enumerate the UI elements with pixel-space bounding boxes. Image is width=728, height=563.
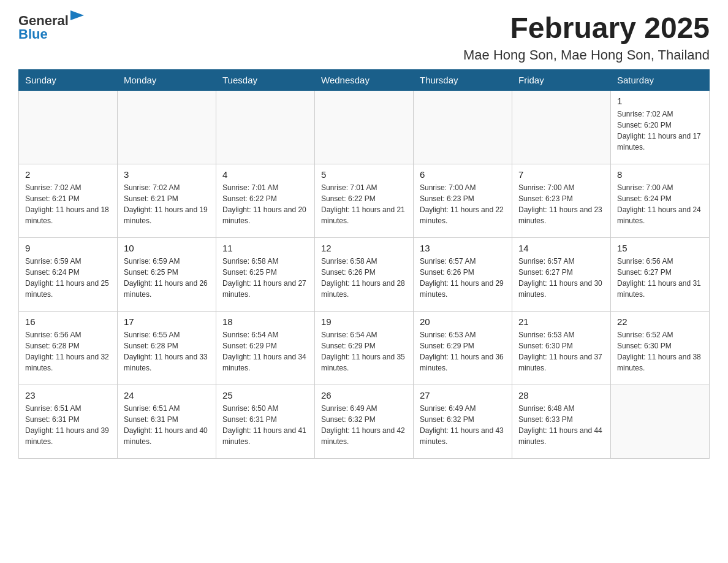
location-title: Mae Hong Son, Mae Hong Son, Thailand	[463, 47, 710, 63]
calendar-day-header: Saturday	[611, 69, 710, 90]
calendar-day-cell	[19, 90, 118, 164]
title-block: February 2025 Mae Hong Son, Mae Hong Son…	[463, 12, 710, 63]
calendar-day-cell: 3Sunrise: 7:02 AMSunset: 6:21 PMDaylight…	[118, 164, 216, 237]
day-number: 12	[321, 242, 407, 255]
logo-text-blue: Blue	[18, 26, 48, 42]
calendar-day-cell: 1Sunrise: 7:02 AMSunset: 6:20 PMDaylight…	[611, 90, 710, 164]
day-number: 21	[518, 315, 604, 328]
calendar-day-cell: 8Sunrise: 7:00 AMSunset: 6:24 PMDaylight…	[611, 164, 710, 237]
day-number: 24	[124, 389, 210, 402]
calendar-day-cell: 20Sunrise: 6:53 AMSunset: 6:29 PMDayligh…	[414, 311, 512, 385]
day-number: 3	[124, 168, 210, 181]
day-info: Sunrise: 6:53 AMSunset: 6:30 PMDaylight:…	[518, 329, 604, 373]
calendar-day-cell: 25Sunrise: 6:50 AMSunset: 6:31 PMDayligh…	[216, 385, 315, 458]
day-number: 14	[518, 242, 604, 255]
day-number: 10	[124, 242, 210, 255]
day-number: 17	[124, 315, 210, 328]
day-info: Sunrise: 6:51 AMSunset: 6:31 PMDaylight:…	[25, 403, 111, 447]
day-info: Sunrise: 6:53 AMSunset: 6:29 PMDaylight:…	[420, 329, 506, 373]
day-number: 4	[222, 168, 308, 181]
day-number: 27	[420, 389, 506, 402]
calendar-day-cell	[216, 90, 315, 164]
calendar-day-header: Sunday	[19, 69, 118, 90]
calendar-header-row: SundayMondayTuesdayWednesdayThursdayFrid…	[19, 69, 710, 90]
logo-flag-icon	[70, 10, 84, 29]
calendar-day-cell: 13Sunrise: 6:57 AMSunset: 6:26 PMDayligh…	[414, 237, 512, 311]
day-info: Sunrise: 6:57 AMSunset: 6:27 PMDaylight:…	[518, 256, 604, 300]
calendar-day-cell: 19Sunrise: 6:54 AMSunset: 6:29 PMDayligh…	[315, 311, 414, 385]
day-number: 9	[25, 242, 111, 255]
day-number: 15	[617, 242, 703, 255]
day-number: 25	[222, 389, 308, 402]
calendar-week-row: 1Sunrise: 7:02 AMSunset: 6:20 PMDaylight…	[19, 90, 710, 164]
calendar-day-cell: 12Sunrise: 6:58 AMSunset: 6:26 PMDayligh…	[315, 237, 414, 311]
day-number: 18	[222, 315, 308, 328]
calendar-day-cell: 27Sunrise: 6:49 AMSunset: 6:32 PMDayligh…	[414, 385, 512, 458]
calendar-day-cell	[512, 90, 611, 164]
logo: General Blue	[18, 12, 84, 42]
day-info: Sunrise: 6:54 AMSunset: 6:29 PMDaylight:…	[222, 329, 308, 373]
calendar-day-cell	[315, 90, 414, 164]
calendar-day-cell: 7Sunrise: 7:00 AMSunset: 6:23 PMDaylight…	[512, 164, 611, 237]
day-number: 28	[518, 389, 604, 402]
day-info: Sunrise: 6:48 AMSunset: 6:33 PMDaylight:…	[518, 403, 604, 447]
calendar-day-cell: 22Sunrise: 6:52 AMSunset: 6:30 PMDayligh…	[611, 311, 710, 385]
day-info: Sunrise: 7:01 AMSunset: 6:22 PMDaylight:…	[321, 182, 407, 226]
calendar-day-cell: 9Sunrise: 6:59 AMSunset: 6:24 PMDaylight…	[19, 237, 118, 311]
calendar-week-row: 9Sunrise: 6:59 AMSunset: 6:24 PMDaylight…	[19, 237, 710, 311]
calendar-day-cell: 26Sunrise: 6:49 AMSunset: 6:32 PMDayligh…	[315, 385, 414, 458]
calendar-week-row: 16Sunrise: 6:56 AMSunset: 6:28 PMDayligh…	[19, 311, 710, 385]
day-info: Sunrise: 7:02 AMSunset: 6:21 PMDaylight:…	[124, 182, 210, 226]
day-number: 20	[420, 315, 506, 328]
day-info: Sunrise: 6:50 AMSunset: 6:31 PMDaylight:…	[222, 403, 308, 447]
calendar-day-header: Monday	[118, 69, 216, 90]
calendar-table: SundayMondayTuesdayWednesdayThursdayFrid…	[18, 69, 710, 459]
day-info: Sunrise: 6:55 AMSunset: 6:28 PMDaylight:…	[124, 329, 210, 373]
day-info: Sunrise: 6:57 AMSunset: 6:26 PMDaylight:…	[420, 256, 506, 300]
calendar-week-row: 23Sunrise: 6:51 AMSunset: 6:31 PMDayligh…	[19, 385, 710, 458]
calendar-day-cell	[414, 90, 512, 164]
calendar-day-cell	[611, 385, 710, 458]
day-number: 6	[420, 168, 506, 181]
day-info: Sunrise: 6:51 AMSunset: 6:31 PMDaylight:…	[124, 403, 210, 447]
day-info: Sunrise: 6:52 AMSunset: 6:30 PMDaylight:…	[617, 329, 703, 373]
day-info: Sunrise: 6:59 AMSunset: 6:25 PMDaylight:…	[124, 256, 210, 300]
day-number: 22	[617, 315, 703, 328]
calendar-day-cell: 21Sunrise: 6:53 AMSunset: 6:30 PMDayligh…	[512, 311, 611, 385]
day-info: Sunrise: 6:58 AMSunset: 6:26 PMDaylight:…	[321, 256, 407, 300]
calendar-day-cell: 6Sunrise: 7:00 AMSunset: 6:23 PMDaylight…	[414, 164, 512, 237]
calendar-day-cell: 10Sunrise: 6:59 AMSunset: 6:25 PMDayligh…	[118, 237, 216, 311]
calendar-day-header: Tuesday	[216, 69, 315, 90]
calendar-day-cell: 2Sunrise: 7:02 AMSunset: 6:21 PMDaylight…	[19, 164, 118, 237]
page-header: General Blue February 2025 Mae Hong Son,…	[18, 12, 710, 63]
day-info: Sunrise: 6:59 AMSunset: 6:24 PMDaylight:…	[25, 256, 111, 300]
calendar-week-row: 2Sunrise: 7:02 AMSunset: 6:21 PMDaylight…	[19, 164, 710, 237]
day-info: Sunrise: 7:02 AMSunset: 6:20 PMDaylight:…	[617, 109, 703, 153]
day-info: Sunrise: 6:56 AMSunset: 6:28 PMDaylight:…	[25, 329, 111, 373]
day-number: 16	[25, 315, 111, 328]
calendar-day-cell: 11Sunrise: 6:58 AMSunset: 6:25 PMDayligh…	[216, 237, 315, 311]
calendar-day-cell: 5Sunrise: 7:01 AMSunset: 6:22 PMDaylight…	[315, 164, 414, 237]
day-info: Sunrise: 6:49 AMSunset: 6:32 PMDaylight:…	[321, 403, 407, 447]
day-number: 1	[617, 94, 703, 107]
calendar-day-cell: 15Sunrise: 6:56 AMSunset: 6:27 PMDayligh…	[611, 237, 710, 311]
calendar-day-cell: 4Sunrise: 7:01 AMSunset: 6:22 PMDaylight…	[216, 164, 315, 237]
day-number: 26	[321, 389, 407, 402]
calendar-day-header: Thursday	[414, 69, 512, 90]
calendar-day-cell: 14Sunrise: 6:57 AMSunset: 6:27 PMDayligh…	[512, 237, 611, 311]
calendar-day-cell: 18Sunrise: 6:54 AMSunset: 6:29 PMDayligh…	[216, 311, 315, 385]
day-number: 7	[518, 168, 604, 181]
calendar-day-header: Wednesday	[315, 69, 414, 90]
calendar-day-cell: 28Sunrise: 6:48 AMSunset: 6:33 PMDayligh…	[512, 385, 611, 458]
day-number: 19	[321, 315, 407, 328]
day-info: Sunrise: 7:02 AMSunset: 6:21 PMDaylight:…	[25, 182, 111, 226]
calendar-day-cell	[118, 90, 216, 164]
day-number: 8	[617, 168, 703, 181]
calendar-day-cell: 23Sunrise: 6:51 AMSunset: 6:31 PMDayligh…	[19, 385, 118, 458]
day-number: 13	[420, 242, 506, 255]
svg-marker-0	[70, 10, 84, 20]
calendar-day-header: Friday	[512, 69, 611, 90]
day-info: Sunrise: 7:00 AMSunset: 6:23 PMDaylight:…	[518, 182, 604, 226]
calendar-day-cell: 17Sunrise: 6:55 AMSunset: 6:28 PMDayligh…	[118, 311, 216, 385]
day-info: Sunrise: 6:49 AMSunset: 6:32 PMDaylight:…	[420, 403, 506, 447]
